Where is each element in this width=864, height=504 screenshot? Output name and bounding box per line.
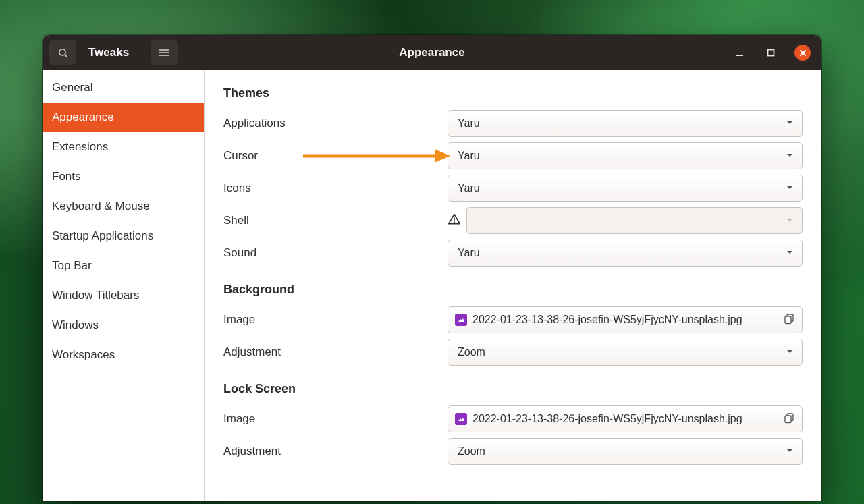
open-file-icon <box>783 312 795 327</box>
chevron-down-icon <box>786 215 794 227</box>
row-cursor: Cursor Yaru <box>223 140 803 172</box>
image-thumbnail-icon <box>455 413 467 425</box>
combo-lockscreen-adjustment-value: Zoom <box>458 445 485 457</box>
label-background-image: Image <box>223 313 439 327</box>
row-applications: Applications Yaru <box>223 107 803 140</box>
svg-rect-6 <box>768 50 774 56</box>
label-lockscreen-adjustment: Adjustment <box>223 445 439 458</box>
chevron-down-icon <box>786 117 794 130</box>
combo-sound[interactable]: Yaru <box>448 240 803 267</box>
search-button[interactable] <box>49 40 76 65</box>
chevron-down-icon <box>786 150 794 162</box>
chevron-down-icon <box>786 346 794 358</box>
svg-rect-18 <box>785 416 791 423</box>
label-sound: Sound <box>223 246 439 260</box>
row-sound: Sound Yaru <box>223 237 803 269</box>
svg-line-1 <box>64 54 66 56</box>
window-close-button[interactable] <box>794 45 811 61</box>
combo-cursor-value: Yaru <box>458 150 480 162</box>
label-applications: Applications <box>223 117 439 130</box>
combo-background-adjustment-value: Zoom <box>458 346 485 358</box>
file-lockscreen-image[interactable]: 2022-01-23-13-38-26-josefin-WS5yjFjycNY-… <box>448 405 803 432</box>
svg-marker-13 <box>458 318 464 322</box>
label-icons: Icons <box>223 181 439 195</box>
file-background-image[interactable]: 2022-01-23-13-38-26-josefin-WS5yjFjycNY-… <box>448 306 803 333</box>
sidebar-item-top-bar[interactable]: Top Bar <box>43 251 204 281</box>
row-background-adjustment: Adjustment Zoom <box>223 336 803 368</box>
label-cursor: Cursor <box>223 149 439 163</box>
sidebar-item-keyboard-mouse[interactable]: Keyboard & Mouse <box>43 192 204 221</box>
sidebar-item-workspaces[interactable]: Workspaces <box>43 340 204 370</box>
warning-icon <box>448 213 461 229</box>
window-minimize-button[interactable] <box>732 45 747 60</box>
sidebar-item-fonts[interactable]: Fonts <box>43 162 204 192</box>
window-maximize-button[interactable] <box>763 45 778 60</box>
combo-background-adjustment[interactable]: Zoom <box>448 339 803 366</box>
row-background-image: Image 2022-01-23-13-38-26-josefin-WS5yjF… <box>223 304 803 336</box>
maximize-icon <box>767 49 775 57</box>
row-lockscreen-adjustment: Adjustment Zoom <box>223 435 803 468</box>
background-heading: Background <box>223 283 803 297</box>
sidebar-item-startup-applications[interactable]: Startup Applications <box>43 221 204 251</box>
row-shell: Shell <box>223 204 803 237</box>
row-lockscreen-image: Image 2022-01-23-13-38-26-josefin-WS5yjF… <box>223 403 803 435</box>
combo-icons-value: Yaru <box>458 182 480 194</box>
label-background-adjustment: Adjustment <box>223 345 439 359</box>
sidebar-item-windows[interactable]: Windows <box>43 310 204 340</box>
row-icons: Icons Yaru <box>223 172 803 204</box>
sidebar-item-window-titlebars[interactable]: Window Titlebars <box>43 281 204 310</box>
svg-point-12 <box>454 221 455 223</box>
combo-lockscreen-adjustment[interactable]: Zoom <box>448 438 803 465</box>
chevron-down-icon <box>786 182 794 194</box>
combo-applications-value: Yaru <box>458 117 480 130</box>
titlebar: Tweaks Appearance <box>43 35 821 70</box>
sidebar: General Appearance Extensions Fonts Keyb… <box>43 70 205 501</box>
image-thumbnail-icon <box>455 314 467 326</box>
open-file-icon <box>783 412 795 426</box>
svg-rect-15 <box>785 316 791 324</box>
content-pane: Themes Applications Yaru Cursor Yaru <box>205 70 821 501</box>
hamburger-icon <box>159 48 169 57</box>
combo-shell <box>466 207 803 234</box>
close-icon <box>799 49 807 57</box>
label-shell: Shell <box>223 214 439 227</box>
combo-applications[interactable]: Yaru <box>448 110 803 137</box>
svg-marker-16 <box>458 418 464 421</box>
search-icon <box>57 47 69 59</box>
chevron-down-icon <box>786 247 794 259</box>
minimize-icon <box>735 48 745 57</box>
sidebar-item-appearance[interactable]: Appearance <box>43 103 204 132</box>
themes-heading: Themes <box>223 86 803 101</box>
lockscreen-heading: Lock Screen <box>223 382 803 396</box>
combo-cursor[interactable]: Yaru <box>448 142 803 169</box>
chevron-down-icon <box>786 445 794 457</box>
file-background-image-value: 2022-01-23-13-38-26-josefin-WS5yjFjycNY-… <box>473 314 742 326</box>
combo-icons[interactable]: Yaru <box>448 175 803 202</box>
tweaks-window: Tweaks Appearance General Appearance Ext… <box>43 35 821 501</box>
combo-sound-value: Yaru <box>458 247 480 259</box>
sidebar-item-extensions[interactable]: Extensions <box>43 132 204 162</box>
file-lockscreen-image-value: 2022-01-23-13-38-26-josefin-WS5yjFjycNY-… <box>473 413 742 425</box>
label-lockscreen-image: Image <box>223 412 439 426</box>
sidebar-item-general[interactable]: General <box>43 73 204 103</box>
app-title: Tweaks <box>83 46 144 59</box>
hamburger-menu-button[interactable] <box>151 40 178 65</box>
